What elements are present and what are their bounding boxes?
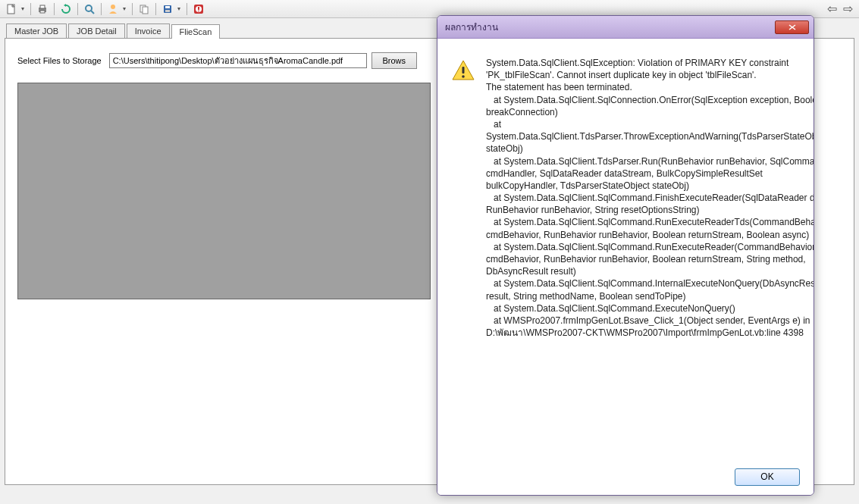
svg-point-19 <box>462 75 465 78</box>
print-button[interactable] <box>34 2 51 17</box>
svg-point-6 <box>111 5 115 9</box>
nav-prev-icon[interactable]: ⇦ <box>826 2 839 16</box>
dialog-message: System.Data.SqlClient.SqlException: Viol… <box>486 57 814 451</box>
svg-rect-11 <box>165 10 170 12</box>
toolbar-separator <box>30 3 31 15</box>
dialog-title-text: ผลการทำงาน <box>442 20 775 34</box>
new-doc-button[interactable] <box>3 2 20 17</box>
svg-rect-18 <box>462 67 465 74</box>
user-dropdown[interactable]: ▾ <box>123 5 129 12</box>
error-dialog: ผลการทำงาน System.Data.SqlClient.SqlExce… <box>437 15 814 496</box>
toolbar-separator <box>132 3 133 15</box>
svg-rect-15 <box>198 11 199 11</box>
toolbar-separator <box>77 3 78 15</box>
svg-rect-14 <box>198 7 199 10</box>
svg-line-5 <box>91 11 94 14</box>
file-path-input[interactable] <box>109 53 367 68</box>
dialog-footer: OK <box>437 459 814 495</box>
close-icon <box>788 24 796 30</box>
save-dropdown[interactable]: ▾ <box>177 5 183 12</box>
tab-master-job[interactable]: Master JOB <box>6 23 67 38</box>
dialog-titlebar[interactable]: ผลการทำงาน <box>437 16 814 39</box>
refresh-button[interactable] <box>58 2 74 17</box>
nav-next-icon[interactable]: ⇨ <box>842 2 854 16</box>
svg-point-4 <box>86 5 92 11</box>
dialog-close-button[interactable] <box>775 20 809 34</box>
dialog-body: System.Data.SqlClient.SqlException: Viol… <box>437 39 814 459</box>
preview-panel <box>17 83 431 299</box>
toolbar-separator <box>155 3 156 15</box>
search-button[interactable] <box>81 2 98 17</box>
browse-button[interactable]: Brows <box>372 52 417 69</box>
toolbar-separator <box>54 3 55 15</box>
toolbar-separator <box>187 3 187 15</box>
copy-button[interactable] <box>136 2 152 17</box>
user-button[interactable] <box>105 2 121 17</box>
svg-rect-8 <box>143 7 148 14</box>
nav-arrows: ⇦ ⇨ <box>826 2 854 16</box>
new-doc-dropdown[interactable]: ▾ <box>21 5 27 12</box>
svg-rect-3 <box>40 11 45 13</box>
svg-rect-10 <box>165 6 170 8</box>
toolbar-separator <box>101 3 102 15</box>
warning-icon <box>451 58 475 451</box>
dialog-ok-button[interactable]: OK <box>735 468 800 486</box>
tab-invoice[interactable]: Invoice <box>127 23 170 38</box>
save-button[interactable] <box>159 2 176 17</box>
stop-button[interactable] <box>190 2 207 17</box>
tab-job-detail[interactable]: JOB Detail <box>68 23 125 38</box>
tab-filescan[interactable]: FlieScan <box>171 24 221 39</box>
file-select-label: Select Files to Storage <box>17 56 102 65</box>
svg-rect-2 <box>40 5 45 8</box>
